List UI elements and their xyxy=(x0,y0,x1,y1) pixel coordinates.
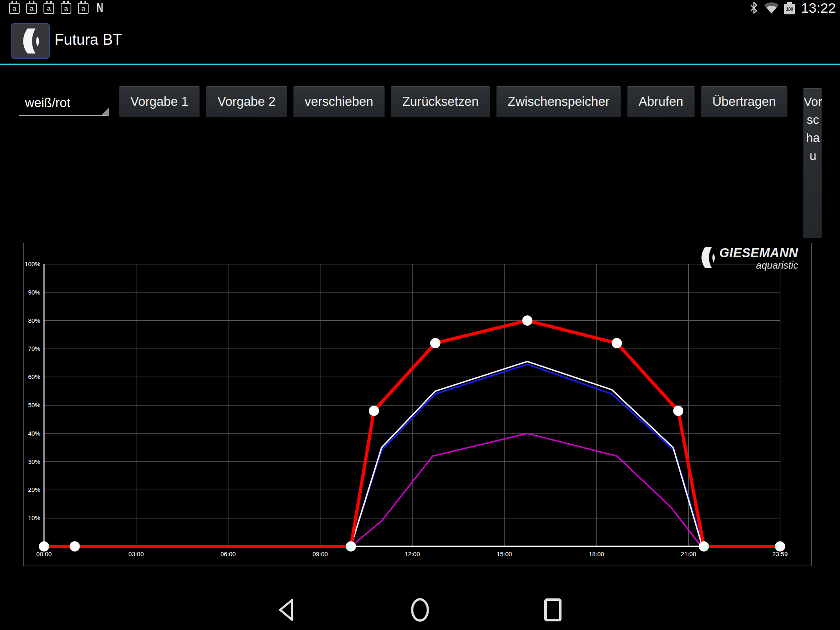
curve-point-marker[interactable] xyxy=(673,406,683,416)
app-title: Futura BT xyxy=(55,31,122,48)
calendar-notification-icon: a xyxy=(26,3,37,14)
wifi-icon xyxy=(763,1,780,14)
x-tick-label: 09:00 xyxy=(313,550,328,557)
curve-point-marker[interactable] xyxy=(699,541,709,552)
recents-icon xyxy=(543,598,563,621)
toolbar-button-zur-cksetzen[interactable]: Zurücksetzen xyxy=(391,86,490,117)
x-tick-label: 23:59 xyxy=(772,550,788,557)
battery-percent: 100 xyxy=(786,7,793,11)
calendar-notification-icon: a xyxy=(78,3,89,14)
system-status-icons: 100 13:22 xyxy=(749,0,836,16)
y-tick-label: 90% xyxy=(28,289,40,296)
y-tick-label: 100% xyxy=(25,260,40,267)
curve-point-marker[interactable] xyxy=(522,315,532,326)
n-notification-icon: N xyxy=(96,2,103,14)
curve-point-marker[interactable] xyxy=(70,541,80,552)
x-tick-label: 06:00 xyxy=(221,550,236,557)
recents-button[interactable] xyxy=(541,598,564,621)
giesemann-logo-icon xyxy=(699,247,716,269)
series-blau-channel xyxy=(351,364,703,546)
app-logo-icon xyxy=(11,23,50,59)
x-tick-label: 15:00 xyxy=(497,550,512,557)
y-tick-label: 40% xyxy=(28,430,40,437)
toolbar-button-vorgabe-1[interactable]: Vorgabe 1 xyxy=(119,86,200,117)
y-tick-label: 70% xyxy=(28,345,40,352)
x-tick-label: 00:00 xyxy=(37,550,52,557)
curve-point-marker[interactable] xyxy=(369,406,379,416)
schedule-chart-panel: 10%20%30%40%50%60%70%80%90%100%00:0003:0… xyxy=(23,243,812,566)
curve-point-marker[interactable] xyxy=(430,338,441,348)
back-button[interactable] xyxy=(276,598,299,621)
calendar-notification-icon: a xyxy=(9,3,20,14)
y-tick-label: 50% xyxy=(28,402,40,409)
y-tick-label: 60% xyxy=(28,373,40,380)
toolbar-button-vorgabe-2[interactable]: Vorgabe 2 xyxy=(206,86,287,117)
spinner-underline xyxy=(19,115,109,116)
home-icon xyxy=(410,598,430,622)
spinner-dropdown-corner-icon xyxy=(102,108,109,115)
giesemann-logo: GIESEMANN aquaristic xyxy=(699,247,798,270)
x-tick-label: 18:00 xyxy=(589,550,604,557)
y-tick-label: 10% xyxy=(28,514,40,521)
brand-name: GIESEMANN xyxy=(719,247,798,260)
calendar-notification-icon: a xyxy=(43,3,54,14)
x-tick-label: 03:00 xyxy=(128,550,144,557)
status-bar: aaaaaN 100 13:22 xyxy=(0,0,840,16)
y-tick-label: 80% xyxy=(28,317,40,324)
toolbar-button--bertragen[interactable]: Übertragen xyxy=(701,86,788,117)
android-nav-bar xyxy=(0,590,840,630)
toolbar-button-verschieben[interactable]: verschieben xyxy=(293,86,385,117)
curve-editor[interactable]: 10%20%30%40%50%60%70%80%90%100%00:0003:0… xyxy=(24,243,811,566)
y-tick-label: 20% xyxy=(28,486,40,493)
channel-spinner[interactable]: weiß/rot xyxy=(18,93,110,116)
bluetooth-icon xyxy=(749,1,759,14)
y-tick-label: 30% xyxy=(28,458,40,465)
status-clock: 13:22 xyxy=(801,0,836,16)
curve-point-marker[interactable] xyxy=(612,338,622,348)
curve-point-marker[interactable] xyxy=(775,541,785,552)
toolbar-button-row: Vorgabe 1Vorgabe 2verschiebenZurücksetze… xyxy=(119,86,788,117)
toolbar: weiß/rot Vorgabe 1Vorgabe 2verschiebenZu… xyxy=(0,86,840,117)
back-icon xyxy=(277,598,297,621)
battery-icon: 100 xyxy=(784,2,795,14)
brand-subtitle: aquaristic xyxy=(756,260,798,270)
preview-button-label: Vorschau xyxy=(803,89,822,165)
toolbar-button-zwischenspeicher[interactable]: Zwischenspeicher xyxy=(496,86,621,117)
app-bar: Futura BT xyxy=(0,16,840,65)
x-tick-label: 21:00 xyxy=(681,550,696,557)
channel-spinner-value: weiß/rot xyxy=(18,93,110,113)
preview-button[interactable]: Vorschau xyxy=(803,88,822,238)
series-weiss-channel xyxy=(351,361,703,546)
notification-icons: aaaaaN xyxy=(9,2,105,14)
curve-point-marker[interactable] xyxy=(346,541,356,552)
toolbar-button-abrufen[interactable]: Abrufen xyxy=(627,86,695,117)
curve-point-marker[interactable] xyxy=(39,541,49,552)
home-button[interactable] xyxy=(409,598,431,621)
calendar-notification-icon: a xyxy=(61,3,71,14)
x-tick-label: 12:00 xyxy=(404,550,420,557)
